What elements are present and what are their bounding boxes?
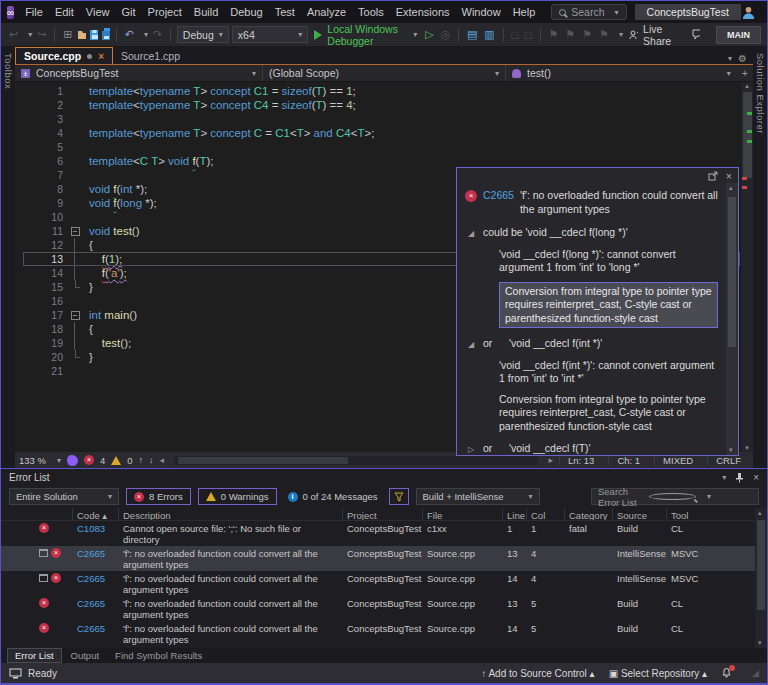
error-code-link[interactable]: C2665 xyxy=(73,621,119,635)
add-to-source-control-button[interactable]: ↑ Add to Source Control ▴ xyxy=(481,668,594,679)
split-window-icon[interactable]: + xyxy=(737,65,753,81)
breakpoint-window-icon[interactable]: ▥ xyxy=(482,28,496,41)
menu-build[interactable]: Build xyxy=(188,6,224,18)
scroll-up-icon[interactable]: ▴ xyxy=(729,184,733,192)
select-repository-button[interactable]: ▣ Select Repository ▴ xyxy=(609,668,707,679)
encoding-indicator[interactable]: MIXED xyxy=(654,455,701,466)
project-dropdown[interactable]: ± ConceptsBugTest ▾ xyxy=(15,65,263,81)
branch-badge[interactable]: MAIN xyxy=(716,26,761,44)
zoom-level-dropdown[interactable]: 133 % xyxy=(19,455,46,466)
warnings-filter-button[interactable]: 0 Warnings xyxy=(198,488,277,505)
details-popup-icon[interactable] xyxy=(39,549,48,557)
line-number[interactable]: 8 xyxy=(23,182,69,196)
expand-icon[interactable]: ▷ xyxy=(465,443,477,455)
errors-filter-button[interactable]: × 8 Errors xyxy=(126,488,191,505)
details-popup-icon[interactable] xyxy=(39,574,48,582)
fold-box-icon[interactable]: − xyxy=(69,308,81,322)
collapse-icon[interactable]: ◢ xyxy=(465,338,477,352)
pin-icon[interactable] xyxy=(735,472,744,483)
error-row[interactable]: ×C1083Cannot open source file: ';': No s… xyxy=(1,521,767,546)
column-header-project[interactable]: Project xyxy=(343,508,423,520)
code-line-1[interactable]: 1template<typename T> concept C1 = sizeo… xyxy=(23,84,740,98)
code-line-3[interactable]: 3 xyxy=(23,112,740,126)
code-line-5[interactable]: 5 xyxy=(23,140,740,154)
intellicode-icon[interactable] xyxy=(67,455,78,466)
menu-git[interactable]: Git xyxy=(116,6,142,18)
navigate-back-icon[interactable]: ↩ xyxy=(7,28,20,41)
menu-help[interactable]: Help xyxy=(507,6,542,18)
fold-box-icon[interactable]: − xyxy=(69,224,81,238)
code-line-2[interactable]: 2template<typename T> concept C4 = sizeo… xyxy=(23,98,740,112)
menu-edit[interactable]: Edit xyxy=(49,6,80,18)
menu-view[interactable]: View xyxy=(80,6,116,18)
line-number[interactable]: 3 xyxy=(23,112,69,126)
warning-count-icon[interactable] xyxy=(111,456,121,465)
line-number[interactable]: 10 xyxy=(23,210,69,224)
line-number[interactable]: 1 xyxy=(23,84,69,98)
popup-scrollbar[interactable]: ▴ ▾ xyxy=(726,183,738,455)
next-issue-icon[interactable]: ↓ xyxy=(149,455,154,465)
column-indicator[interactable]: Ch: 1 xyxy=(608,455,648,466)
panel-tab-output[interactable]: Output xyxy=(64,649,107,662)
send-feedback-icon[interactable] xyxy=(691,29,700,40)
line-number[interactable]: 12 xyxy=(23,238,69,252)
menu-analyze[interactable]: Analyze xyxy=(301,6,352,18)
code-line-6[interactable]: 6template<C T> void f(T); xyxy=(23,154,740,168)
step-over-icon[interactable]: □ xyxy=(509,29,520,41)
line-number[interactable]: 16 xyxy=(23,294,69,308)
bookmark-icon[interactable]: ⚑ xyxy=(546,28,560,41)
account-avatar[interactable] xyxy=(741,5,756,20)
error-list-search-input[interactable]: Search Error List ▾ xyxy=(591,488,759,505)
toolbox-side-tab[interactable]: Toolbox xyxy=(1,47,15,468)
panel-tab-error-list[interactable]: Error List xyxy=(7,648,62,663)
start-without-debugging-icon[interactable]: ▷ xyxy=(423,28,435,41)
save-icon[interactable] xyxy=(89,29,97,41)
error-code-link[interactable]: C4700 xyxy=(73,646,119,648)
menu-extensions[interactable]: Extensions xyxy=(390,6,456,18)
error-code-link[interactable]: C2665 xyxy=(73,571,119,585)
warning-count[interactable]: 0 xyxy=(127,455,132,466)
popup-group-row[interactable]: ◢or'void __cdecl f(int *)' xyxy=(465,337,722,352)
chevron-down-icon[interactable]: ▾ xyxy=(28,30,32,39)
column-header-col[interactable]: Col xyxy=(527,508,565,520)
code-line-4[interactable]: 4template<typename T> concept C = C1<T> … xyxy=(23,126,740,140)
member-dropdown[interactable]: test() ▾ xyxy=(506,65,737,81)
bookmark-next-icon[interactable]: ⚑ xyxy=(580,28,594,41)
menu-file[interactable]: File xyxy=(19,6,49,18)
popup-group-row[interactable]: ▷or'void __cdecl f(T)' xyxy=(465,442,722,455)
save-all-icon[interactable] xyxy=(101,28,110,41)
search-box[interactable]: Search ▾ xyxy=(551,4,626,20)
menu-test[interactable]: Test xyxy=(269,6,301,18)
scroll-down-icon[interactable]: ▾ xyxy=(741,444,753,452)
column-header-code[interactable]: Code ▴ xyxy=(73,508,119,520)
new-project-icon[interactable]: ⊞ xyxy=(61,28,74,41)
error-list-scrollbar[interactable]: ▴ ▾ xyxy=(755,508,767,648)
scrollbar-thumb[interactable] xyxy=(178,457,348,464)
line-number[interactable]: 13 xyxy=(23,252,69,266)
menu-project[interactable]: Project xyxy=(142,6,188,18)
attach-to-process-icon[interactable]: ◎ xyxy=(439,28,453,41)
menu-tools[interactable]: Tools xyxy=(352,6,390,18)
line-number[interactable]: 6 xyxy=(23,154,69,168)
column-header-source[interactable]: Source xyxy=(613,508,667,520)
scroll-up-icon[interactable]: ▴ xyxy=(758,509,762,517)
column-header-tool[interactable]: Tool xyxy=(667,508,767,520)
error-row[interactable]: ×C2665'f': no overloaded function could … xyxy=(1,596,767,621)
scroll-left-icon[interactable]: ◂ xyxy=(160,455,165,465)
column-header-file[interactable]: File xyxy=(423,508,503,520)
scroll-down-icon[interactable]: ▾ xyxy=(758,639,762,647)
menu-debug[interactable]: Debug xyxy=(224,6,268,18)
column-header-description[interactable]: Description xyxy=(119,508,343,520)
tab-source1.cpp[interactable]: Source1.cpp xyxy=(113,47,188,64)
eol-indicator[interactable]: CRLF xyxy=(707,455,749,466)
messages-filter-button[interactable]: i 0 of 24 Messages xyxy=(284,491,382,502)
popup-group-row[interactable]: ◢could be 'void __cdecl f(long *)' xyxy=(465,226,722,241)
bookmark-prev-icon[interactable]: ⚑ xyxy=(563,28,577,41)
error-code-link[interactable]: C2665 xyxy=(73,596,119,610)
navigate-forward-icon[interactable]: ↪ xyxy=(35,28,48,41)
solution-explorer-side-tab[interactable]: Solution Explorer xyxy=(753,47,767,468)
notifications-bell-icon[interactable] xyxy=(721,667,732,680)
error-row[interactable]: ×C2665'f': no overloaded function could … xyxy=(1,571,767,596)
resize-grip[interactable]: ◢ xyxy=(752,668,759,678)
line-number[interactable]: 17 xyxy=(23,308,69,322)
